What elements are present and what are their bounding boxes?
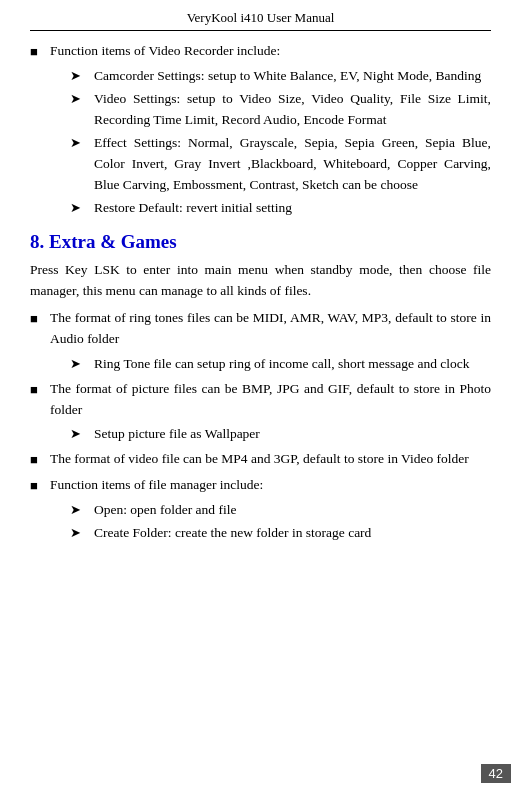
bullet-text-0: The format of ring tones files can be MI… xyxy=(50,308,491,350)
video-recorder-subitems: ➤ Camcorder Settings: setup to White Bal… xyxy=(30,66,491,218)
sub-list-1: ➤ Setup picture file as Wallpaper xyxy=(30,424,491,445)
bullet-text-3: Function items of file manager include: xyxy=(50,475,491,496)
arrow-icon-3: ➤ xyxy=(70,198,90,218)
sub-arrow-text-3-0: Open: open folder and file xyxy=(94,500,491,521)
bullet-text-1: The format of picture files can be BMP, … xyxy=(50,379,491,421)
bullet-block-0: ■ The format of ring tones files can be … xyxy=(30,308,491,375)
bullet-item-2: ■ The format of video file can be MP4 an… xyxy=(30,449,491,470)
sub-arrow-text-3-1: Create Folder: create the new folder in … xyxy=(94,523,491,544)
bullet-icon-2: ■ xyxy=(30,450,46,470)
sub-arrow-text-1-0: Setup picture file as Wallpaper xyxy=(94,424,491,445)
page-container: VeryKool i410 User Manual ■ Function ite… xyxy=(0,0,521,793)
arrow-text-3: Restore Default: revert initial setting xyxy=(94,198,491,219)
sub-list-0: ➤ Ring Tone file can setup ring of incom… xyxy=(30,354,491,375)
video-recorder-intro-item: ■ Function items of Video Recorder inclu… xyxy=(30,41,491,62)
section-intro: Press Key LSK to enter into main menu wh… xyxy=(30,260,491,302)
sub-arrow-icon-3-0: ➤ xyxy=(70,500,90,520)
content-area: ■ Function items of Video Recorder inclu… xyxy=(30,41,491,544)
arrow-icon-2: ➤ xyxy=(70,133,90,153)
bullet-item-0: ■ The format of ring tones files can be … xyxy=(30,308,491,350)
sub-arrow-icon-1-0: ➤ xyxy=(70,424,90,444)
header-title: VeryKool i410 User Manual xyxy=(187,10,335,25)
arrow-text-2: Effect Settings: Normal, Grayscale, Sepi… xyxy=(94,133,491,196)
page-number: 42 xyxy=(481,764,511,783)
sub-arrow-item-1-0: ➤ Setup picture file as Wallpaper xyxy=(70,424,491,445)
bullet-block-3: ■ Function items of file manager include… xyxy=(30,475,491,544)
sub-list-3: ➤ Open: open folder and file ➤ Create Fo… xyxy=(30,500,491,544)
sub-arrow-item-0-0: ➤ Ring Tone file can setup ring of incom… xyxy=(70,354,491,375)
arrow-item-3: ➤ Restore Default: revert initial settin… xyxy=(70,198,491,219)
arrow-text-0: Camcorder Settings: setup to White Balan… xyxy=(94,66,491,87)
sub-arrow-item-3-1: ➤ Create Folder: create the new folder i… xyxy=(70,523,491,544)
page-header: VeryKool i410 User Manual xyxy=(30,10,491,31)
sub-arrow-text-0-0: Ring Tone file can setup ring of income … xyxy=(94,354,491,375)
arrow-icon-0: ➤ xyxy=(70,66,90,86)
arrow-text-1: Video Settings: setup to Video Size, Vid… xyxy=(94,89,491,131)
bullet-icon: ■ xyxy=(30,42,46,62)
bullet-item-3: ■ Function items of file manager include… xyxy=(30,475,491,496)
bullet-text-2: The format of video file can be MP4 and … xyxy=(50,449,491,470)
bullet-item-1: ■ The format of picture files can be BMP… xyxy=(30,379,491,421)
arrow-item-0: ➤ Camcorder Settings: setup to White Bal… xyxy=(70,66,491,87)
arrow-icon-1: ➤ xyxy=(70,89,90,109)
bullet-icon-0: ■ xyxy=(30,309,46,329)
bullet-block-2: ■ The format of video file can be MP4 an… xyxy=(30,449,491,470)
arrow-item-1: ➤ Video Settings: setup to Video Size, V… xyxy=(70,89,491,131)
section-heading: 8. Extra & Games xyxy=(30,227,491,256)
sub-arrow-icon-0-0: ➤ xyxy=(70,354,90,374)
bullet-icon-3: ■ xyxy=(30,476,46,496)
sub-arrow-icon-3-1: ➤ xyxy=(70,523,90,543)
bullet-block-1: ■ The format of picture files can be BMP… xyxy=(30,379,491,446)
arrow-item-2: ➤ Effect Settings: Normal, Grayscale, Se… xyxy=(70,133,491,196)
sub-arrow-item-3-0: ➤ Open: open folder and file xyxy=(70,500,491,521)
bullet-icon-1: ■ xyxy=(30,380,46,400)
video-recorder-intro-text: Function items of Video Recorder include… xyxy=(50,41,491,62)
